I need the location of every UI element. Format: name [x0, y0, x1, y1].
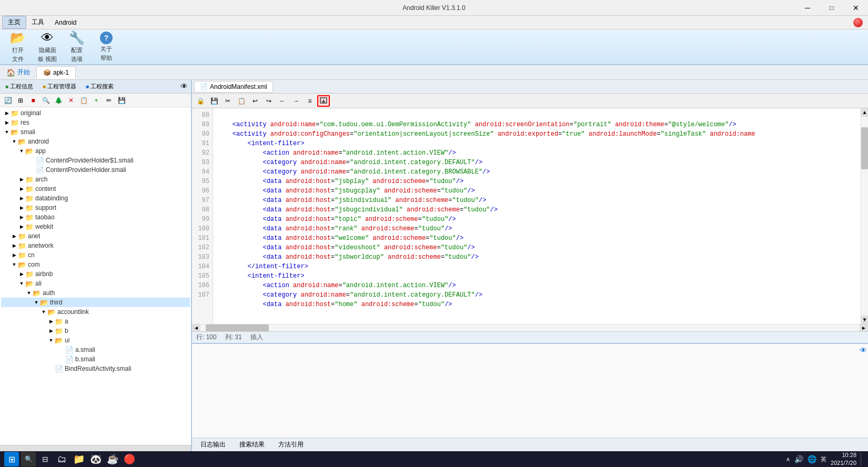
forward-btn[interactable]: →	[290, 95, 302, 107]
scroll-left[interactable]: ◄	[192, 324, 200, 332]
tree-node-cn[interactable]: ▶ 📁 cn	[1, 250, 190, 260]
editor-tab-manifest[interactable]: 📄 AndroidManifest.xml	[194, 81, 273, 93]
tree-node-asmali[interactable]: ▶ 📄 a.smali	[1, 345, 190, 354]
left-tool-delete[interactable]: ✕	[65, 95, 77, 106]
tree-node-res[interactable]: ▶ 📁 res	[1, 118, 190, 127]
left-tool-stop[interactable]: ■	[27, 95, 39, 106]
editor-scrollbar-h[interactable]: ◄ ►	[192, 324, 868, 331]
tree-node-anetwork[interactable]: ▶ 📁 anetwork	[1, 241, 190, 250]
undo-btn[interactable]: ↩	[249, 95, 261, 107]
tree-node-original[interactable]: ▶ 📁 original	[1, 108, 190, 118]
scroll-right[interactable]: ►	[860, 324, 868, 332]
toggle-smali[interactable]: ▼	[3, 129, 11, 135]
left-tool-search2[interactable]: 🔍	[40, 95, 52, 106]
export-btn[interactable]	[317, 95, 330, 107]
toggle-com[interactable]: ▼	[11, 262, 18, 267]
left-panel-scrollbar[interactable]	[0, 445, 191, 451]
tree-node-accountlink[interactable]: ▼ 📂 accountlink	[1, 307, 190, 317]
tree-node-content[interactable]: ▶ 📁 content	[1, 184, 190, 194]
scroll-up[interactable]: ▲	[861, 108, 869, 117]
taskbar-app-explorer[interactable]: 🗂	[55, 452, 69, 466]
start-button[interactable]: ⊞	[4, 452, 19, 466]
settings-button[interactable]: 🔧 配置 选项	[63, 32, 90, 62]
left-tool-edit[interactable]: ✏	[103, 95, 115, 106]
bottom-tab-search[interactable]: 搜索结果	[233, 439, 271, 451]
left-panel-eye[interactable]: 👁	[180, 82, 188, 90]
scroll-down[interactable]: ▼	[861, 316, 869, 324]
tree-node-airbnb[interactable]: ▶ 📁 airbnb	[1, 269, 190, 279]
tree-node-arch[interactable]: ▶ 📁 arch	[1, 175, 190, 184]
toggle-cn[interactable]: ▶	[11, 252, 18, 258]
toggle-anet[interactable]: ▶	[11, 234, 18, 239]
left-tool-expand[interactable]: ⊞	[15, 95, 26, 106]
toggle-webkit[interactable]: ▶	[18, 224, 25, 229]
scroll-thumb[interactable]	[861, 127, 868, 169]
open-button[interactable]: 📂 打开 文件	[4, 32, 32, 62]
toggle-auth[interactable]: ▼	[25, 290, 33, 296]
toggle-arch[interactable]: ▶	[18, 177, 25, 182]
tree-node-ui[interactable]: ▼ 📂 ui	[1, 336, 190, 345]
taskbar-app-panda[interactable]: 🐼	[88, 452, 103, 466]
systray-expand[interactable]: ∧	[786, 456, 790, 463]
tree-node-support[interactable]: ▶ 📁 support	[1, 203, 190, 212]
toggle-a[interactable]: ▶	[47, 319, 55, 324]
copy-btn[interactable]: 📋	[235, 95, 248, 107]
show-desktop-btn[interactable]	[861, 452, 864, 466]
bottom-tab-method[interactable]: 方法引用	[272, 439, 310, 451]
toggle-airbnb[interactable]: ▶	[18, 271, 25, 277]
toggle-ali[interactable]: ▼	[18, 281, 25, 286]
toggle-support[interactable]: ▶	[18, 205, 25, 210]
home-tab[interactable]: 🏠 开始	[2, 66, 34, 79]
taskbar-app-red[interactable]: 🔴	[122, 452, 137, 466]
toggle-taobao[interactable]: ▶	[18, 215, 25, 220]
tree-node-anet[interactable]: ▶ 📁 anet	[1, 231, 190, 241]
left-tool-copy[interactable]: 📋	[78, 95, 89, 106]
tree-node-bindresult[interactable]: ▶ 📄 BindResultActivity.smali	[1, 364, 190, 373]
apk-tab[interactable]: 📦 apk-1	[36, 66, 76, 79]
toggle-accountlink[interactable]: ▼	[40, 309, 47, 314]
tree-node-b[interactable]: ▶ 📁 b	[1, 326, 190, 336]
format-btn[interactable]: ≡	[304, 95, 316, 107]
tree-node-databinding[interactable]: ▶ 📁 databinding	[1, 194, 190, 203]
network-icon[interactable]: 🌐	[808, 455, 816, 463]
left-tool-save[interactable]: 💾	[116, 95, 127, 106]
menu-item-home[interactable]: 主页	[2, 16, 26, 29]
tree-node-taobao[interactable]: ▶ 📁 taobao	[1, 212, 190, 222]
toggle-android[interactable]: ▼	[11, 139, 18, 144]
tree-node-a[interactable]: ▶ 📁 a	[1, 317, 190, 326]
tree-node-cph[interactable]: ▶ 📄 ContentProviderHolder.smali	[1, 165, 190, 175]
tree-area[interactable]: ▶ 📁 original ▶ 📁 res ▼ 📂 smali ▼	[0, 107, 191, 445]
toggle-databinding[interactable]: ▶	[18, 196, 25, 201]
left-tool-add[interactable]: +	[90, 95, 102, 106]
left-tab-manager[interactable]: ■ 工程管理器	[38, 82, 80, 92]
save-btn[interactable]: 💾	[208, 95, 220, 107]
redo-btn[interactable]: ↪	[263, 95, 275, 107]
left-tool-tree[interactable]: 🌲	[53, 95, 64, 106]
close-button[interactable]: ✕	[844, 0, 868, 16]
lock-btn[interactable]: 🔒	[194, 95, 207, 107]
toggle-original[interactable]: ▶	[3, 110, 11, 116]
left-tab-info[interactable]: ■ 工程信息	[1, 82, 37, 92]
tree-node-webkit[interactable]: ▶ 📁 webkit	[1, 222, 190, 231]
task-view-button[interactable]: ⊟	[38, 452, 53, 466]
toggle-ui[interactable]: ▼	[47, 338, 55, 343]
back-btn[interactable]: ←	[276, 95, 289, 107]
hide-panel-button[interactable]: 👁 隐藏面 板 视图	[34, 32, 61, 62]
code-area[interactable]: <activity android:name="com.tudou.oem.ui…	[213, 108, 861, 324]
toggle-anetwork[interactable]: ▶	[11, 243, 18, 248]
taskbar-app-files[interactable]: 📁	[72, 452, 86, 466]
minimize-button[interactable]: ─	[795, 0, 820, 16]
taskbar-app-java[interactable]: ☕	[105, 452, 120, 466]
tree-node-cph1[interactable]: ▶ 📄 ContentProviderHolder$1.smali	[1, 156, 190, 165]
search-button[interactable]: 🔍	[21, 452, 36, 466]
cut-btn[interactable]: ✂	[221, 95, 234, 107]
tree-node-auth[interactable]: ▼ 📂 auth	[1, 288, 190, 298]
menu-item-tools[interactable]: 工具	[26, 16, 49, 28]
toggle-app[interactable]: ▼	[18, 148, 25, 154]
editor-content[interactable]: 8889909192 9394959697 9899100101102 1031…	[192, 108, 868, 324]
about-button[interactable]: ? 关于 帮助	[93, 32, 120, 62]
toggle-third[interactable]: ▼	[33, 300, 40, 305]
volume-icon[interactable]: 🔊	[794, 455, 803, 463]
tree-node-third[interactable]: ▼ 📂 third	[1, 298, 190, 307]
menu-item-android[interactable]: Android	[49, 17, 82, 28]
